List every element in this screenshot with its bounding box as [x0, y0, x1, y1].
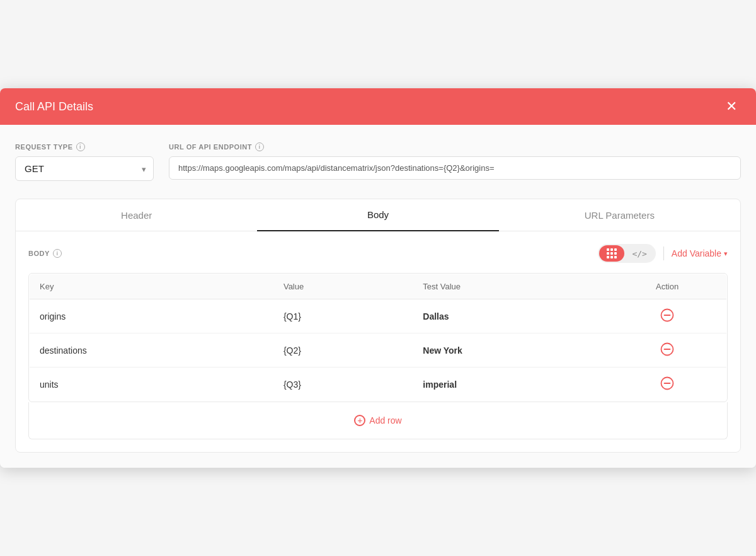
row-key: origins: [30, 299, 273, 333]
request-type-label: REQUEST TYPE i: [15, 142, 154, 151]
row-test-value: imperial: [413, 368, 608, 402]
request-type-select[interactable]: GET POST PUT DELETE PATCH: [15, 156, 154, 181]
code-icon: </>: [632, 249, 646, 258]
body-toolbar: BODY i: [28, 244, 728, 263]
tab-body[interactable]: Body: [257, 199, 498, 231]
url-input[interactable]: [169, 156, 741, 180]
row-test-value: Dallas: [413, 299, 608, 333]
request-type-info-icon: i: [76, 142, 85, 151]
row-action-cell: [608, 299, 726, 333]
row-key: units: [30, 368, 273, 402]
modal-header: Call API Details ✕: [0, 88, 756, 125]
col-header-test-value: Test Value: [413, 274, 608, 299]
plus-circle-icon: +: [354, 415, 365, 426]
grid-view-button[interactable]: [599, 245, 624, 262]
data-table-wrapper: Key Value Test Value Action origins {Q1}…: [28, 273, 728, 402]
body-info-icon: i: [53, 249, 62, 258]
view-toggle: </>: [598, 244, 655, 263]
toolbar-divider: [663, 246, 664, 260]
row-value: {Q3}: [273, 368, 413, 402]
row-key: destinations: [30, 333, 273, 368]
table-row: units {Q3} imperial: [30, 368, 727, 402]
table-row: destinations {Q2} New York: [30, 333, 727, 368]
minus-circle-icon: [660, 342, 674, 356]
row-action-cell: [608, 368, 726, 402]
row-value: {Q2}: [273, 333, 413, 368]
toolbar-right: </> Add Variable ▾: [598, 244, 728, 263]
modal-title: Call API Details: [15, 100, 93, 113]
remove-row-button[interactable]: [660, 342, 674, 356]
minus-circle-icon: [660, 376, 674, 390]
col-header-action: Action: [608, 274, 726, 299]
code-view-button[interactable]: </>: [624, 245, 654, 262]
request-type-select-wrapper: GET POST PUT DELETE PATCH ▾: [15, 156, 154, 181]
add-variable-chevron-icon: ▾: [724, 250, 728, 258]
col-header-key: Key: [30, 274, 273, 299]
tab-url-parameters[interactable]: URL Parameters: [499, 199, 740, 231]
tab-header[interactable]: Header: [16, 199, 257, 231]
close-button[interactable]: ✕: [722, 98, 741, 115]
table-row: origins {Q1} Dallas: [30, 299, 727, 333]
tabs-bar: Header Body URL Parameters: [16, 199, 740, 231]
add-row-button[interactable]: + Add row: [354, 415, 401, 426]
add-row-area: + Add row: [28, 402, 728, 439]
url-label: URL OF API ENDPOINT i: [169, 142, 741, 151]
remove-row-button[interactable]: [660, 308, 674, 322]
request-type-group: REQUEST TYPE i GET POST PUT DELETE PATCH…: [15, 142, 154, 181]
add-variable-button[interactable]: Add Variable ▾: [672, 248, 728, 258]
fields-row: REQUEST TYPE i GET POST PUT DELETE PATCH…: [15, 142, 741, 181]
remove-row-button[interactable]: [660, 376, 674, 390]
body-table: Key Value Test Value Action origins {Q1}…: [29, 274, 727, 402]
row-action-cell: [608, 333, 726, 368]
body-section: BODY i: [16, 231, 740, 439]
body-label: BODY i: [28, 249, 62, 258]
grid-icon: [607, 248, 617, 258]
call-api-modal: Call API Details ✕ REQUEST TYPE i GET PO…: [0, 88, 756, 468]
minus-circle-icon: [660, 308, 674, 322]
url-field-group: URL OF API ENDPOINT i: [169, 142, 741, 181]
tabs-section: Header Body URL Parameters BODY i: [15, 199, 741, 453]
modal-body: REQUEST TYPE i GET POST PUT DELETE PATCH…: [0, 125, 756, 468]
col-header-value: Value: [273, 274, 413, 299]
url-info-icon: i: [255, 142, 264, 151]
row-value: {Q1}: [273, 299, 413, 333]
row-test-value: New York: [413, 333, 608, 368]
